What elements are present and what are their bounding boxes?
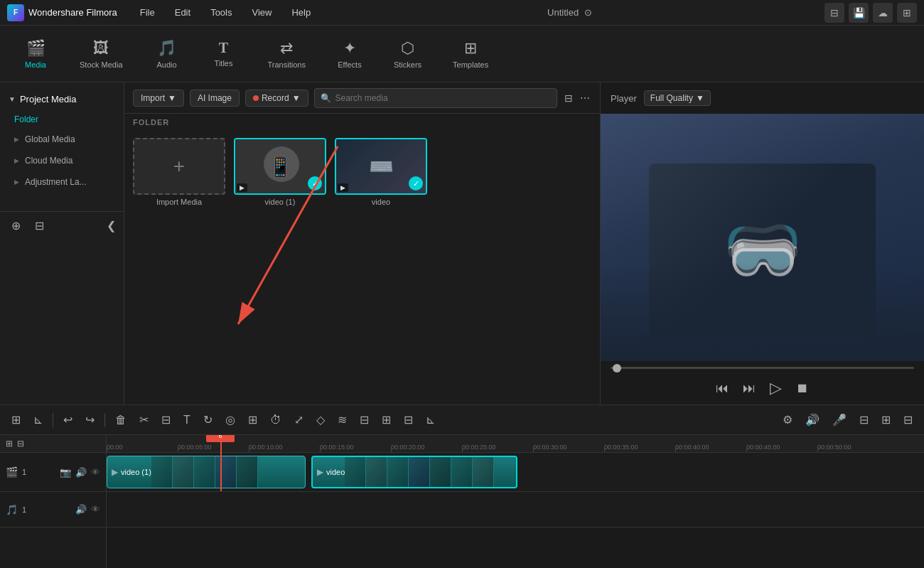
ai-image-button[interactable]: AI Image [190,90,240,107]
video-track-cam[interactable]: 📷 [60,467,71,478]
tool-media[interactable]: 🎬 Media [14,35,57,73]
layout-btn[interactable]: ⊟ [824,3,844,23]
tool-effects[interactable]: ✦ Effects [328,35,371,73]
tl-ai-btn[interactable]: ⊞ [877,410,895,429]
play-btn[interactable]: ▷ [767,376,785,400]
import-media-item[interactable]: + Import Media [133,138,225,397]
playhead[interactable]: 6 [220,435,222,491]
step-back-btn[interactable]: ⏭ [740,378,758,399]
video2-item[interactable]: ⌨️ ▶ ✓ video [335,138,427,397]
ruler-mark-9: 00:00:45:00 [746,444,780,451]
audio-icon: 🎵 [157,39,176,58]
tl-transform-btn[interactable]: ⊞ [244,410,262,429]
save-btn[interactable]: 💾 [849,3,869,23]
add-folder-btn[interactable]: ⊕ [9,216,23,235]
timeline-clip-2[interactable]: ▶ video [311,456,517,488]
timeline-clip-1[interactable]: ▶ video (1) [107,456,306,488]
frame2-4 [409,457,430,487]
video2-thumb[interactable]: ⌨️ ▶ ✓ [335,138,427,195]
video1-play-icon: ▶ [237,183,247,192]
templates-icon: ⊞ [464,39,477,58]
tool-stock-media[interactable]: 🖼 Stock Media [71,35,131,73]
stop-btn[interactable]: ⏹ [793,378,812,399]
tl-effects-btn[interactable]: ◎ [221,410,240,429]
tool-stickers[interactable]: ⬡ Stickers [385,35,430,73]
search-bar: 🔍 [314,88,557,108]
tl-delete-btn[interactable]: 🗑 [111,411,131,429]
tl-rotate-btn[interactable]: ↻ [199,410,217,429]
tl-settings-btn[interactable]: ⚙ [778,410,797,429]
skip-back-btn[interactable]: ⏮ [713,378,731,399]
tl-subtitle-btn[interactable]: ⊟ [855,410,873,429]
import-button[interactable]: Import ▼ [133,90,184,107]
tl-undo-btn[interactable]: ↩ [59,410,77,429]
tl-magnet-btn[interactable]: ⊾ [29,410,47,429]
folder-label: FOLDER [124,114,600,131]
menu-view[interactable]: View [247,4,276,21]
timeline-left-panel: ⊞ ⊟ 🎬 1 📷 🔊 👁 🎵 1 🔊 👁 [0,435,107,568]
menu-help[interactable]: Help [287,4,315,21]
folder-icon[interactable]: ⊟ [32,216,47,235]
tl-fullscreen-btn[interactable]: ⤢ [290,410,308,429]
ruler-tick-5 [462,448,463,452]
tl-mic-btn[interactable]: 🎤 [828,410,851,429]
menu-edit[interactable]: Edit [171,4,195,21]
cloud-media-arrow: ▶ [14,157,19,164]
ruler-mark-1: 00:00:05:00 [178,444,212,451]
audio-track-eye[interactable]: 👁 [91,504,100,515]
quality-select[interactable]: Full Quality ▼ [644,90,711,106]
ruler-mark-5: 00:00:25:00 [462,444,496,451]
video-track-eye[interactable]: 👁 [91,467,100,478]
tl-misc-btn[interactable]: ⊾ [421,410,439,429]
tl-redo-btn[interactable]: ↪ [81,410,99,429]
search-input[interactable] [335,93,551,103]
transitions-label: Transitions [268,60,306,69]
video2-check: ✓ [409,176,423,191]
import-media-name: Import Media [156,198,202,206]
sidebar-title: Project Media [20,94,76,105]
sidebar-item-global-media[interactable]: ▶ Global Media [0,129,124,150]
tl-crop-btn[interactable]: ⊟ [157,410,175,429]
sync-icon[interactable]: ⊙ [584,7,592,18]
tl-text-btn[interactable]: T [179,411,195,429]
tl-paste-btn[interactable]: ⊞ [377,410,395,429]
sidebar-item-adjustment[interactable]: ▶ Adjustment La... [0,171,124,193]
tool-templates[interactable]: ⊞ Templates [444,35,497,73]
progress-bar[interactable] [611,367,914,369]
tl-cut-btn[interactable]: ✂ [135,410,153,429]
timeline-link-btn[interactable]: ⊟ [17,439,24,449]
import-thumb[interactable]: + [133,138,225,195]
grid-btn[interactable]: ⊞ [897,3,917,23]
tl-link-btn[interactable]: ⊟ [399,410,417,429]
record-arrow: ▼ [292,93,301,103]
tl-copy-btn[interactable]: ⊟ [355,410,373,429]
tl-multi-track-btn[interactable]: ⊞ [7,410,25,429]
collapse-sidebar-btn[interactable]: ❮ [107,219,116,232]
more-icon[interactable]: ⋯ [579,91,591,105]
tl-color-btn[interactable]: ◇ [312,410,329,429]
video1-thumb[interactable]: 📱 ▶ ✓ [234,138,326,195]
timeline-controls-row: ⊞ ⊟ [0,435,106,453]
tool-titles[interactable]: T Titles [203,36,245,72]
video1-item[interactable]: 📱 ▶ ✓ video (1) [234,138,326,397]
sidebar-folder-btn[interactable]: Folder [0,110,124,129]
filter-icon[interactable]: ⊟ [563,91,574,105]
cloud-btn[interactable]: ☁ [873,3,893,23]
video-gradient [601,262,924,361]
record-button[interactable]: Record ▼ [245,90,308,107]
media-toolbar-actions: ⊟ ⋯ [563,91,591,105]
sidebar-item-cloud-media[interactable]: ▶ Cloud Media [0,150,124,171]
tl-audio2-btn[interactable]: 🔊 [801,410,824,429]
tl-audio-btn[interactable]: ≋ [333,410,351,429]
tool-transitions[interactable]: ⇄ Transitions [259,35,314,73]
ruler-tick-8 [675,448,676,452]
tl-timer-btn[interactable]: ⏱ [266,411,286,429]
clip1-label: video (1) [121,468,151,476]
menu-file[interactable]: File [136,4,159,21]
video-track-speaker[interactable]: 🔊 [75,467,87,478]
audio-track-speaker[interactable]: 🔊 [75,504,87,515]
tl-export-btn[interactable]: ⊟ [899,410,917,429]
tool-audio[interactable]: 🎵 Audio [146,35,188,73]
timeline-add-track-btn[interactable]: ⊞ [6,439,13,449]
menu-tools[interactable]: Tools [206,4,236,21]
